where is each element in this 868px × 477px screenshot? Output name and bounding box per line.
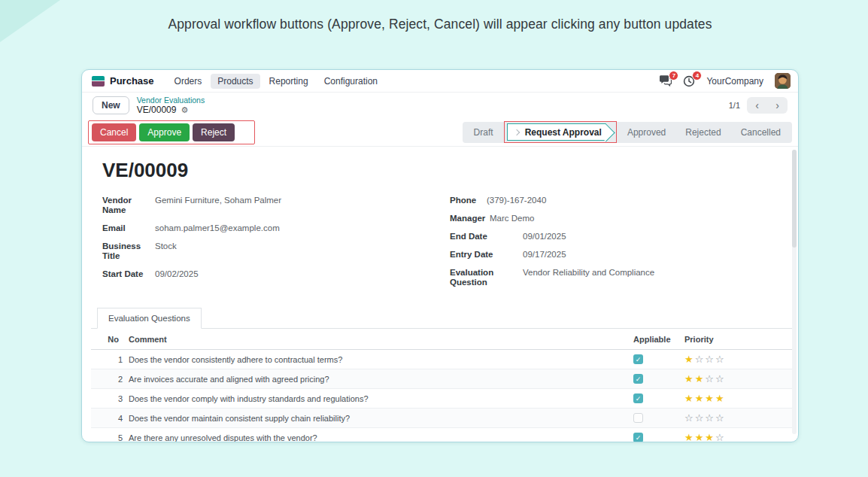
star-filled-icon[interactable]: ★ — [684, 374, 693, 384]
form-sheet: VE/00009 Vendor Name Gemini Furniture, S… — [82, 147, 798, 442]
pager-next-icon[interactable]: › — [767, 97, 788, 114]
field-entry-date: Entry Date 09/17/2025 — [450, 250, 793, 260]
messages-badge: 7 — [669, 71, 678, 81]
activities-button[interactable]: 4 — [683, 75, 695, 87]
field-value[interactable]: Vendor Reliability and Compliance — [523, 268, 654, 287]
cell-no: 2 — [91, 369, 126, 389]
status-item-cancelled[interactable]: Cancelled — [731, 127, 791, 138]
star-filled-icon[interactable]: ★ — [705, 393, 714, 403]
app-brand[interactable]: Purchase — [92, 75, 154, 87]
purchase-app-icon — [92, 76, 105, 87]
column-header-spacer — [731, 330, 793, 350]
table-row[interactable]: 4 Does the vendor maintain consistent su… — [91, 409, 793, 428]
star-filled-icon[interactable]: ★ — [695, 393, 704, 403]
star-empty-icon[interactable]: ☆ — [705, 374, 714, 384]
table-row[interactable]: 5 Are there any unresolved disputes with… — [91, 428, 793, 443]
record-reference: VE/00009 — [137, 105, 177, 115]
field-label: Evaluation Question — [450, 268, 523, 287]
breadcrumb-parent-link[interactable]: Vendor Evaluations — [137, 96, 205, 105]
breadcrumb-current: VE/00009 ⚙ — [137, 105, 205, 115]
page-title: Approval workflow buttons (Approve, Reje… — [81, 17, 799, 32]
field-value[interactable]: (379)-167-2040 — [487, 196, 546, 205]
user-avatar[interactable] — [775, 73, 791, 89]
menu-item-orders[interactable]: Orders — [168, 74, 209, 89]
star-empty-icon[interactable]: ☆ — [695, 354, 704, 364]
appliable-checkbox[interactable]: ✓ — [633, 374, 643, 384]
field-value[interactable]: 09/01/2025 — [523, 232, 566, 242]
priority-stars[interactable]: ☆☆☆☆ — [684, 413, 728, 423]
vertical-scrollbar[interactable] — [792, 150, 797, 434]
field-phone: Phone (379)-167-2040 — [450, 196, 793, 205]
tab-evaluation-questions[interactable]: Evaluation Questions — [97, 308, 202, 329]
star-filled-icon[interactable]: ★ — [684, 393, 693, 403]
star-empty-icon[interactable]: ☆ — [715, 354, 724, 364]
priority-stars[interactable]: ★★★★ — [684, 393, 728, 403]
star-filled-icon[interactable]: ★ — [695, 433, 704, 442]
field-value[interactable]: soham.palmer15@example.com — [155, 223, 280, 233]
status-item-draft[interactable]: Draft — [464, 127, 503, 138]
notebook: Evaluation Questions No Comment Appliabl… — [91, 307, 793, 442]
star-filled-icon[interactable]: ★ — [684, 433, 693, 442]
field-value[interactable]: 09/17/2025 — [523, 250, 566, 260]
cell-comment: Does the vendor comply with industry sta… — [126, 389, 630, 409]
cancel-button[interactable]: Cancel — [92, 123, 136, 141]
cell-no: 1 — [91, 350, 126, 369]
reject-button[interactable]: Reject — [193, 123, 235, 141]
top-navbar: Purchase OrdersProductsReportingConfigur… — [82, 70, 798, 93]
star-empty-icon[interactable]: ☆ — [695, 413, 704, 423]
breadcrumb: Vendor Evaluations VE/00009 ⚙ — [137, 96, 205, 116]
star-empty-icon[interactable]: ☆ — [684, 413, 693, 423]
appliable-checkbox[interactable]: ✓ — [633, 393, 643, 403]
priority-stars[interactable]: ★★★☆ — [684, 433, 728, 442]
cell-spacer — [731, 389, 793, 409]
appliable-checkbox[interactable]: ✓ — [633, 433, 643, 442]
status-item-rejected[interactable]: Rejected — [675, 127, 730, 138]
tab-bar: Evaluation Questions — [91, 307, 793, 329]
table-row[interactable]: 3 Does the vendor comply with industry s… — [91, 389, 793, 409]
menu-item-reporting[interactable]: Reporting — [263, 74, 315, 89]
star-empty-icon[interactable]: ☆ — [715, 374, 724, 384]
field-value[interactable]: 09/02/2025 — [155, 269, 199, 279]
table-row[interactable]: 1 Does the vendor consistently adhere to… — [91, 350, 793, 369]
company-name[interactable]: YourCompany — [706, 76, 763, 87]
field-value[interactable]: Marc Demo — [490, 214, 534, 223]
priority-stars[interactable]: ★☆☆☆ — [684, 354, 728, 364]
new-button[interactable]: New — [93, 96, 129, 114]
messages-button[interactable]: 7 — [659, 75, 672, 87]
fields-left-column: Vendor Name Gemini Furniture, Soham Palm… — [102, 196, 450, 287]
status-item-approved[interactable]: Approved — [618, 127, 675, 138]
priority-stars[interactable]: ★★☆☆ — [684, 374, 728, 384]
star-empty-icon[interactable]: ☆ — [705, 413, 714, 423]
field-value[interactable]: Stock — [155, 242, 177, 261]
gear-icon[interactable]: ⚙ — [181, 105, 188, 115]
table-body: 1 Does the vendor consistently adhere to… — [91, 350, 793, 443]
table-row[interactable]: 2 Are invoices accurate and aligned with… — [91, 369, 793, 389]
pager-previous-icon[interactable]: ‹ — [747, 97, 767, 114]
app-name: Purchase — [110, 75, 154, 87]
field-value[interactable]: Gemini Furniture, Soham Palmer — [155, 196, 281, 215]
record-title: VE/00009 — [102, 159, 793, 182]
status-item-active[interactable]: Request Approval — [507, 123, 606, 141]
approve-button[interactable]: Approve — [139, 123, 190, 141]
appliable-checkbox[interactable]: ✓ — [633, 354, 643, 364]
control-panel: New Vendor Evaluations VE/00009 ⚙ 1/1 ‹ … — [82, 93, 798, 118]
field-label: Start Date — [102, 269, 155, 279]
status-row: Cancel Approve Reject Draft Request Appr… — [82, 118, 798, 147]
star-empty-icon[interactable]: ☆ — [705, 354, 714, 364]
field-vendor-name: Vendor Name Gemini Furniture, Soham Palm… — [102, 196, 450, 215]
field-label: Vendor Name — [102, 196, 155, 215]
star-empty-icon[interactable]: ☆ — [715, 433, 724, 442]
main-menu: OrdersProductsReportingConfiguration — [168, 74, 384, 89]
star-empty-icon[interactable]: ☆ — [715, 413, 724, 423]
odoo-window: Purchase OrdersProductsReportingConfigur… — [81, 69, 799, 442]
menu-item-configuration[interactable]: Configuration — [317, 74, 384, 89]
cell-spacer — [731, 369, 793, 389]
star-filled-icon[interactable]: ★ — [705, 433, 714, 442]
appliable-checkbox[interactable] — [633, 413, 643, 423]
column-header-comment: Comment — [126, 330, 630, 350]
field-business-title: Business Title Stock — [102, 242, 450, 261]
star-filled-icon[interactable]: ★ — [684, 354, 693, 364]
star-filled-icon[interactable]: ★ — [695, 374, 704, 384]
star-filled-icon[interactable]: ★ — [715, 393, 724, 403]
menu-item-products[interactable]: Products — [211, 74, 259, 89]
